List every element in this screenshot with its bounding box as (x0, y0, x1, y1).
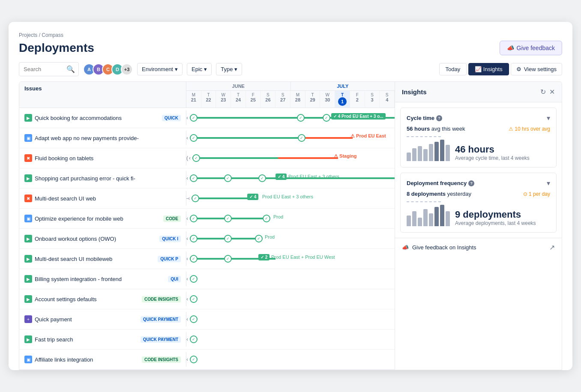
search-box[interactable]: 🔍 (19, 62, 79, 76)
avatars-group: A B C D +3 (83, 63, 133, 75)
day-col: F25 (246, 91, 261, 108)
day-col: S3 (365, 91, 380, 108)
issue-tag: CODE (163, 215, 181, 222)
chevron-left-icon: ‹ (189, 155, 191, 161)
table-row: ▶ Multi-dest search UI mobileweb QUICK P… (19, 249, 395, 269)
issue-cell: ▶ Multi-dest search UI mobileweb QUICK P (19, 251, 186, 266)
issue-tag: QUICK (162, 115, 181, 121)
deployment-sub-row: 8 deployments yesterday ⊙ 1 per day (407, 191, 550, 197)
page-title: Deployments (19, 41, 94, 55)
bar-chart (407, 140, 450, 161)
day-col: M28 (290, 91, 305, 108)
table-row: ▶ Billing system integration - frontend … (19, 269, 395, 289)
header-row: Deployments 📣 Give feedback (19, 41, 562, 55)
story-icon: ▶ (24, 295, 32, 303)
issue-cell: ▶ Shopping cart purchasing error - quick… (19, 171, 186, 186)
collapse-icon[interactable]: ▾ (547, 114, 550, 122)
issue-name: Optimize experience for mobile web (35, 215, 161, 222)
bug-icon: ✖ (24, 195, 32, 202)
chevron-down-icon: ▾ (234, 66, 237, 72)
issue-tag: QUICK PAYMENT (141, 316, 181, 323)
task-icon: ▣ (24, 215, 32, 222)
bar (446, 211, 450, 226)
story-icon: ▶ (24, 335, 32, 343)
table-row: ✖ Fluid booking on tablets ( ‹ ✓ ⚠ Stagi… (19, 148, 395, 168)
close-icon[interactable]: ✕ (549, 88, 555, 96)
bar-cell: ‹ ✓ (186, 289, 395, 309)
table-row: ▶ Quick booking for accommodations QUICK… (19, 108, 395, 128)
table-row: ▣ Adapt web app no new payments provide-… (19, 128, 395, 148)
deployment-metric-big: 9 deployments Average deployments, last … (455, 209, 550, 226)
bar (407, 153, 411, 161)
environment-filter[interactable]: Environment ▾ (137, 63, 183, 75)
insights-panel: Insights ↻ ✕ Cycle time ? ▾ (395, 81, 562, 370)
issue-name: Quick booking for accommodations (35, 115, 159, 121)
deployment-frequency-card: Deployment frequency ? ▾ 8 deployments y… (400, 173, 557, 233)
issue-tag: QUI (168, 276, 181, 282)
issue-tag: QUICK P (158, 256, 181, 262)
deployment-value: 9 deployments (455, 209, 550, 220)
issue-name: Adapt web app no new payments provide- (35, 135, 181, 141)
chevron-left-icon: ‹ (186, 135, 188, 141)
give-feedback-button[interactable]: 📣 Give feedback (500, 41, 563, 55)
cycle-time-avg: 56 hours avg this week (407, 126, 465, 132)
bar (412, 148, 416, 161)
search-input[interactable] (24, 66, 66, 72)
issue-cell: ▣ Adapt web app no new payments provide- (19, 131, 186, 145)
bar (440, 205, 444, 226)
story-icon: ▶ (24, 235, 32, 242)
cycle-time-value: 46 hours (455, 144, 550, 155)
help-icon: ? (468, 180, 474, 186)
refresh-icon[interactable]: ↻ (540, 88, 546, 96)
day-col: S4 (380, 91, 395, 108)
today-button[interactable]: Today (439, 63, 467, 75)
calendar-header: JUNE JULY M21 T22 W23 T24 F25 S26 S27 M2… (186, 82, 395, 108)
bar (434, 207, 439, 226)
gantt-header: Issues JUNE JULY M21 T22 W23 T24 F25 S26… (19, 82, 395, 108)
issue-cell: ▶ Onboard workout options (OWO) QUICK I (19, 231, 186, 246)
bar-cell: ‹ ✓ (186, 329, 395, 349)
chart-icon: 📈 (475, 66, 482, 72)
table-row: ▣ Affiliate links integration CODE INSIG… (19, 350, 395, 370)
issue-cell: + Quick payment QUICK PAYMENT (19, 312, 186, 326)
insights-body: Cycle time ? ▾ 56 hours avg this week ⚠ … (395, 102, 562, 238)
insights-header: Insights ↻ ✕ (395, 82, 562, 102)
day-col: F2 (350, 91, 365, 108)
insights-actions: ↻ ✕ (540, 88, 555, 96)
cycle-time-sub-row: 56 hours avg this week ⚠ 10 hrs over avg (407, 126, 550, 132)
external-link-icon[interactable]: ↗ (549, 243, 555, 251)
gantt-body: ▶ Quick booking for accommodations QUICK… (19, 108, 395, 370)
deployment-alert: ⊙ 1 per day (523, 191, 550, 197)
table-row: ▶ Onboard workout options (OWO) QUICK I … (19, 229, 395, 249)
day-col: M21 (186, 91, 201, 108)
deployment-label: Average deployments, last 4 weeks (455, 220, 550, 226)
bar-cell: ( ‹ ✓ ⚠ Staging (186, 148, 395, 168)
issue-cell: ✖ Multi-dest search UI web (19, 191, 186, 206)
megaphone-icon: 📣 (507, 45, 514, 51)
day-col: S26 (261, 91, 276, 108)
issue-cell: ✖ Fluid booking on tablets (19, 151, 186, 165)
dashed-line (407, 201, 441, 202)
toolbar-row: 🔍 A B C D +3 Environment ▾ Epic ▾ Type ▾… (19, 62, 562, 81)
main-content: Issues JUNE JULY M21 T22 W23 T24 F25 S26… (19, 81, 562, 370)
issue-name: Billing system integration - frontend (35, 276, 165, 282)
bar (423, 149, 428, 161)
collapse-icon[interactable]: ▾ (547, 179, 550, 187)
bar-cell: ‹ ✓ ✓ ✓ ✓ 4 Prod EU East + 3 o... (186, 108, 395, 128)
issue-cell: ▶ Fast trip search QUICK PAYMENT (19, 332, 186, 347)
deployment-frequency-title: Deployment frequency ? (407, 180, 474, 186)
type-filter[interactable]: Type ▾ (216, 63, 242, 75)
epic-filter[interactable]: Epic ▾ (187, 63, 212, 75)
table-row: ▶ Account settings defaults CODE INSIGHT… (19, 289, 395, 309)
issue-cell: ▶ Account settings defaults CODE INSIGHT… (19, 292, 186, 306)
day-col: W30 (320, 91, 335, 108)
bar-cell: ‹ ✓ ✓ ⚠ Prod EU East (186, 128, 395, 148)
breadcrumb: Projects / Compass (19, 32, 562, 38)
insights-button[interactable]: 📈 Insights (468, 63, 509, 75)
issue-name: Account settings defaults (35, 296, 139, 302)
dashed-line (407, 136, 441, 137)
view-settings-button[interactable]: ⚙ View settings (511, 63, 562, 75)
bar-cell: ‹ ✓ (186, 309, 395, 329)
bar-cell: - ‹ ✓ ✓ 4 Prod EU East + 3 others (186, 189, 395, 208)
july-label: JULY (291, 82, 395, 90)
